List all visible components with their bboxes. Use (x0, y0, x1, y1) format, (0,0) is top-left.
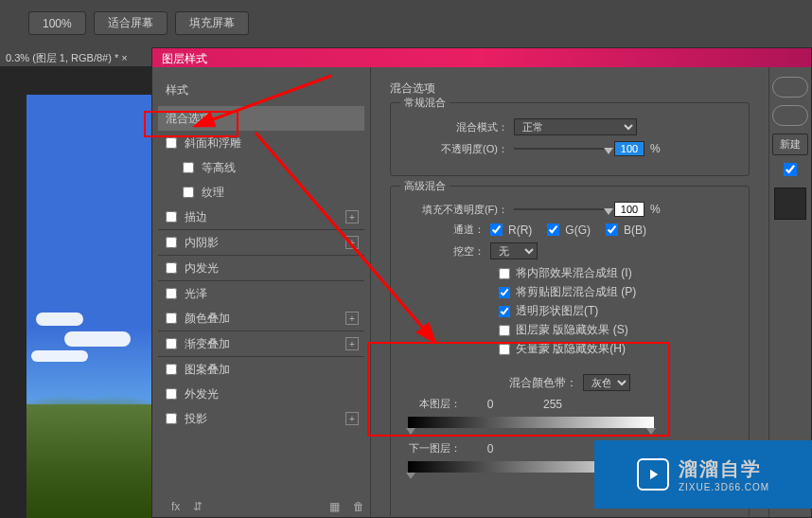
trash-icon[interactable]: 🗑 (353, 500, 364, 513)
add-stroke-icon[interactable]: + (345, 210, 359, 223)
contour-checkbox[interactable] (183, 162, 194, 173)
satin-checkbox[interactable] (166, 288, 177, 299)
fit-screen-button[interactable]: 适合屏幕 (94, 11, 168, 35)
knockout-select[interactable]: 无 (490, 242, 538, 259)
c3-label: 透明形状图层(T) (516, 303, 598, 319)
drop-shadow-checkbox[interactable] (166, 413, 177, 424)
transparency-shapes-checkbox[interactable] (499, 306, 510, 317)
opacity-label: 不透明度(O)： (404, 142, 508, 156)
image-preview (26, 95, 154, 518)
cancel-button[interactable] (772, 105, 808, 126)
blend-mode-select[interactable]: 正常 (514, 118, 637, 135)
style-outer-glow[interactable]: 外发光 (158, 382, 364, 406)
c2-label: 将剪贴图层混合成组 (P) (516, 284, 636, 300)
style-drop-shadow[interactable]: 投影+ (158, 406, 364, 431)
gradient-overlay-checkbox[interactable] (166, 338, 177, 349)
pattern-overlay-checkbox[interactable] (166, 364, 177, 375)
add-gradient-overlay-icon[interactable]: + (345, 337, 359, 350)
general-blend-group: 常规混合 混合模式： 正常 不透明度(O)： 100 % (390, 102, 750, 176)
outer-glow-checkbox[interactable] (166, 388, 177, 400)
channel-b-checkbox[interactable] (606, 223, 618, 236)
general-blend-label: 常规混合 (400, 96, 450, 110)
style-inner-shadow[interactable]: 内阴影+ (158, 230, 364, 255)
channel-r-checkbox[interactable] (490, 223, 503, 236)
blend-clipped-checkbox[interactable] (499, 287, 510, 298)
footer-plus-icon[interactable]: ▦ (329, 500, 340, 513)
fill-screen-button[interactable]: 填充屏幕 (175, 11, 249, 35)
fx-icon[interactable]: fx (171, 500, 180, 513)
style-stroke[interactable]: 描边+ (158, 205, 364, 229)
underlying-layer-label: 下一图层： (404, 441, 461, 455)
style-gradient-overlay[interactable]: 渐变叠加+ (158, 331, 364, 356)
preview-swatch (774, 188, 806, 220)
layer-mask-hides-checkbox[interactable] (499, 325, 510, 336)
channels-label: 通道： (404, 223, 485, 237)
color-overlay-checkbox[interactable] (166, 313, 177, 324)
opacity-slider[interactable] (514, 142, 609, 155)
this-layer-gradient[interactable] (408, 417, 654, 428)
document-tab[interactable]: 0.3% (图层 1, RGB/8#) * × (0, 49, 133, 67)
dialog-title: 图层样式 (152, 48, 811, 67)
fill-opacity-label: 填充不透明度(F)： (404, 203, 508, 217)
bevel-checkbox[interactable] (166, 137, 177, 149)
add-color-overlay-icon[interactable]: + (345, 312, 359, 325)
styles-panel: 样式 混合选项 斜面和浮雕 等高线 纹理 描边+ 内阴影+ 内发光 光泽 颜色叠… (152, 67, 370, 517)
footer-up-down-icon[interactable]: ⇵ (193, 500, 203, 513)
texture-checkbox[interactable] (183, 187, 194, 198)
style-label: 纹理 (202, 185, 224, 201)
fill-opacity-slider[interactable] (514, 203, 609, 216)
style-bevel[interactable]: 斜面和浮雕 (158, 131, 364, 155)
style-label: 图案叠加 (185, 362, 230, 378)
preview-checkbox[interactable] (784, 163, 797, 176)
style-label: 颜色叠加 (185, 311, 230, 327)
style-inner-glow[interactable]: 内发光 (158, 256, 364, 280)
watermark-url: ZIXUE.3D66.COM (679, 482, 769, 492)
inner-glow-checkbox[interactable] (166, 262, 177, 274)
add-inner-shadow-icon[interactable]: + (345, 236, 359, 249)
style-texture[interactable]: 纹理 (158, 180, 364, 205)
add-drop-shadow-icon[interactable]: + (345, 412, 359, 425)
pct-label-2: % (650, 203, 661, 216)
channel-g-label: G(G) (565, 223, 591, 237)
new-style-button[interactable]: 新建 (772, 134, 808, 155)
style-color-overlay[interactable]: 颜色叠加+ (158, 306, 364, 330)
style-label: 投影 (185, 411, 207, 427)
stroke-checkbox[interactable] (166, 211, 177, 223)
zoom-100-button[interactable]: 100% (28, 11, 86, 35)
c4-label: 图层蒙 版隐藏效果 (S) (516, 322, 628, 338)
panel-footer: fx ⇵ ▦ 🗑 (171, 500, 364, 513)
blend-mode-label: 混合模式： (404, 120, 508, 134)
style-label: 内发光 (185, 260, 219, 277)
blend-options-title: 混合选项 (390, 80, 750, 97)
channel-g-checkbox[interactable] (547, 223, 559, 236)
vector-mask-hides-checkbox[interactable] (499, 344, 510, 355)
channel-r-label: R(R) (508, 223, 532, 237)
blend-if-select[interactable]: 灰色 (583, 374, 630, 391)
inner-shadow-checkbox[interactable] (166, 237, 177, 248)
style-label: 渐变叠加 (185, 336, 230, 352)
this-layer-label: 本图层： (404, 397, 461, 411)
watermark-name: 溜溜自学 (679, 456, 769, 482)
styles-header: 样式 (158, 77, 364, 104)
style-satin[interactable]: 光泽 (158, 281, 364, 306)
c1-label: 将内部效果混合成组 (I) (516, 265, 632, 281)
c5-label: 矢量蒙 版隐藏效果(H) (516, 341, 626, 357)
under-lo-value: 0 (467, 442, 514, 455)
this-hi-value: 255 (520, 398, 586, 411)
style-label: 斜面和浮雕 (185, 135, 241, 152)
knockout-label: 挖空： (404, 244, 485, 259)
watermark: 溜溜自学 ZIXUE.3D66.COM (594, 440, 812, 509)
this-lo-value: 0 (467, 398, 514, 411)
advanced-blend-label: 高级混合 (400, 179, 450, 193)
style-label: 内阴影 (185, 235, 219, 251)
pct-label: % (650, 142, 661, 155)
style-blend-options[interactable]: 混合选项 (158, 106, 364, 131)
style-label: 等高线 (202, 160, 236, 176)
fill-opacity-input[interactable]: 100 (614, 202, 644, 217)
style-pattern-overlay[interactable]: 图案叠加 (158, 357, 364, 382)
channel-b-label: B(B) (624, 223, 646, 237)
opacity-input[interactable]: 100 (614, 141, 644, 156)
ok-button[interactable] (772, 77, 808, 98)
style-contour[interactable]: 等高线 (158, 155, 364, 180)
blend-interior-checkbox[interactable] (499, 268, 510, 279)
